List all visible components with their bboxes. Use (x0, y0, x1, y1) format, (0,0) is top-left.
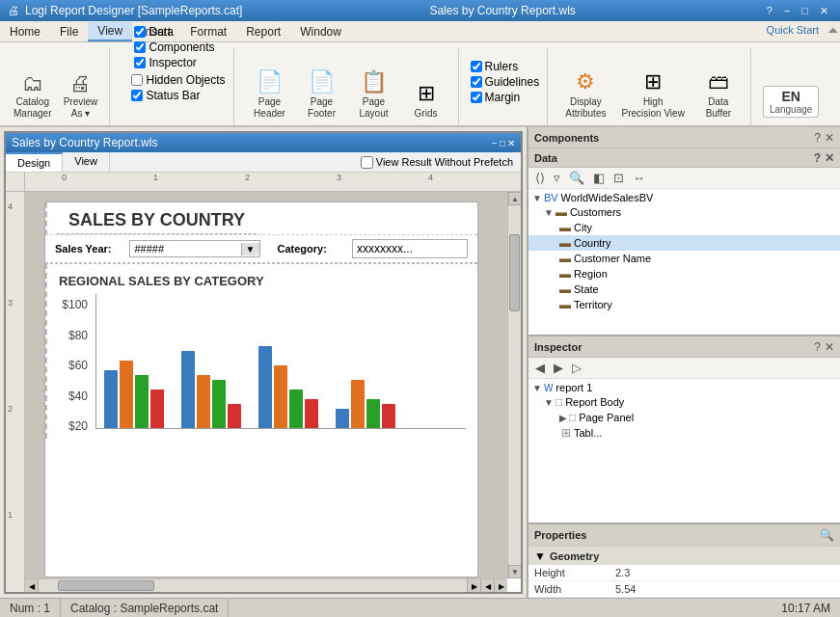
menu-report[interactable]: Report (236, 23, 290, 40)
tree-field-city[interactable]: ▬ City (528, 220, 840, 235)
tree-field-country[interactable]: ▬ Country (528, 235, 840, 251)
sales-year-dropdown[interactable]: ##### ▼ (129, 240, 259, 257)
nav-prev-btn[interactable]: ◀ (480, 579, 494, 592)
high-precision-btn[interactable]: ⊞ HighPrecision View (615, 67, 690, 121)
app-title: Logi Report Designer [SampleReports.cat] (25, 4, 242, 17)
bar-4-1 (336, 409, 349, 428)
scroll-left-btn[interactable]: ◀ (25, 579, 39, 592)
menu-window[interactable]: Window (290, 23, 351, 40)
chk-inspector[interactable] (134, 57, 146, 68)
scrollbar-vertical[interactable]: ▲ ▼ (507, 192, 521, 578)
chart-area: $100 $80 $60 $40 $20 (47, 290, 477, 439)
tree-field-customername[interactable]: ▬ Customer Name (528, 251, 840, 266)
scroll-up-btn[interactable]: ▲ (508, 192, 521, 205)
page-header-btn[interactable]: 📄 PageHeader (246, 67, 294, 121)
tree-reportbody-node[interactable]: ▼ □ Report Body (528, 394, 840, 410)
ruler-v-3: 3 (8, 298, 13, 308)
close-btn[interactable]: ✕ (816, 5, 832, 17)
max-btn[interactable]: □ (798, 5, 812, 17)
doc-min-btn[interactable]: − (492, 138, 498, 148)
inspector-help-btn[interactable]: ? (814, 340, 821, 354)
preview-as-btn[interactable]: 🖨 PreviewAs ▾ (59, 71, 101, 121)
scroll-thumb-v[interactable] (509, 234, 520, 311)
y-label-40: $40 (59, 389, 88, 403)
language-btn[interactable]: EN Language (763, 86, 820, 118)
doc-max-btn[interactable]: □ (500, 138, 505, 148)
components-title: Components (534, 132, 599, 144)
tree-field-state[interactable]: ▬ State (528, 282, 840, 297)
data-toolbar-search[interactable]: 🔍 (566, 170, 587, 186)
page-footer-btn[interactable]: 📄 PageFooter (298, 67, 346, 121)
tree-bv-node[interactable]: ▼ BV WorldWideSalesBV (528, 191, 840, 204)
tree-customers-node[interactable]: ▼ ▬ Customers (528, 204, 840, 220)
data-buffer-btn[interactable]: 🗃 DataBuffer (694, 67, 743, 121)
scroll-thumb-h[interactable] (58, 580, 154, 591)
nav-next-btn[interactable]: ▶ (494, 579, 507, 592)
inspector-btn-back[interactable]: ◀ (532, 360, 548, 376)
menu-view[interactable]: View (88, 22, 132, 41)
chk-statusbar[interactable] (131, 90, 143, 101)
catalog-manager-btn[interactable]: 🗂 CatalogManager (10, 71, 55, 121)
components-help-btn[interactable]: ? (814, 131, 821, 145)
ribbon-expand-icon[interactable]: ⏶ (826, 22, 840, 38)
doc-title-bar: Sales by Country Report.wls − □ ✕ (6, 133, 521, 152)
data-help-btn[interactable]: ? (814, 151, 821, 165)
chk-hiddenobjects[interactable] (131, 74, 143, 86)
properties-search-icon[interactable]: 🔍 (820, 528, 834, 542)
page-footer-icon: 📄 (309, 69, 335, 94)
prop-height-label: Height (534, 567, 611, 578)
chart-bars-container (95, 294, 466, 429)
page-layout-btn[interactable]: 📋 PageLayout (350, 67, 398, 121)
data-toolbar-btn4[interactable]: ◧ (590, 170, 608, 186)
chk-components[interactable] (134, 41, 146, 53)
help-btn[interactable]: ? (763, 5, 776, 17)
geometry-arrow-icon[interactable]: ▼ (534, 550, 546, 563)
inspector-btn-right[interactable]: ▷ (569, 360, 584, 376)
view-result-checkbox[interactable] (361, 156, 373, 169)
ruler-vertical: 4 3 2 1 (6, 173, 25, 592)
page-header-label: PageHeader (254, 96, 285, 120)
field-country-label: Country (574, 237, 611, 249)
tree-field-region[interactable]: ▬ Region (528, 266, 840, 282)
scrollbar-horizontal[interactable]: ◀ ▶ ◀ ▶ (25, 578, 507, 592)
tree-report-node[interactable]: ▼ W report 1 (528, 381, 840, 394)
inspector-btn-fwd[interactable]: ▶ (551, 360, 566, 376)
tree-table-node[interactable]: ⊞ Tabl... (528, 425, 840, 441)
sales-year-arrow[interactable]: ▼ (241, 243, 259, 255)
chk-margin[interactable] (471, 92, 482, 103)
design-canvas: SALES BY COUNTRY Sales Year: ##### ▼ (44, 201, 478, 577)
tab-view[interactable]: View (63, 152, 110, 172)
scroll-down-btn[interactable]: ▼ (508, 565, 521, 578)
grids-btn[interactable]: ⊞ Grids (402, 79, 450, 121)
chk-rulers[interactable] (471, 61, 482, 72)
chk-data[interactable] (134, 26, 146, 38)
bar-1-4 (150, 389, 164, 428)
inspector-panel: Inspector ? ✕ ◀ ▶ ▷ ▼ W report 1 (528, 336, 840, 523)
inspector-close-btn[interactable]: ✕ (825, 340, 834, 354)
min-btn[interactable]: − (780, 5, 794, 17)
components-close-btn[interactable]: ✕ (825, 131, 834, 145)
canvas-scroll-area[interactable]: 0 1 2 3 4 SALES BY COU (25, 173, 521, 592)
doc-close-btn[interactable]: ✕ (507, 138, 515, 148)
menu-home[interactable]: Home (0, 23, 50, 40)
chk-guidelines[interactable] (471, 76, 482, 88)
display-attributes-btn[interactable]: ⚙ DisplayAttributes (559, 67, 611, 121)
scroll-right-btn[interactable]: ▶ (467, 579, 480, 592)
data-toolbar-btn5[interactable]: ⊡ (610, 170, 627, 186)
quick-start[interactable]: Quick Start (759, 22, 826, 38)
bar-1-1 (104, 370, 118, 428)
data-toolbar-btn2[interactable]: ▿ (551, 170, 563, 186)
tab-design[interactable]: Design (6, 152, 63, 172)
tree-field-territory[interactable]: ▬ Territory (528, 297, 840, 312)
ribbon-group-catalog: 🗂 CatalogManager 🖨 PreviewAs ▾ (6, 48, 110, 125)
tree-pagepanel-node[interactable]: ▶ □ Page Panel (528, 410, 840, 425)
ruler-v-2: 2 (8, 404, 13, 414)
status-num: Num : 1 (0, 599, 61, 617)
menu-file[interactable]: File (50, 23, 88, 40)
bar-1-2 (120, 361, 133, 428)
data-toolbar-btn1[interactable]: ⟨⟩ (532, 170, 548, 186)
prop-height-row: Height 2.3 (528, 565, 840, 581)
field-region-label: Region (574, 268, 608, 280)
data-toolbar-btn6[interactable]: ↔ (630, 170, 648, 186)
data-close-btn[interactable]: ✕ (825, 151, 834, 165)
